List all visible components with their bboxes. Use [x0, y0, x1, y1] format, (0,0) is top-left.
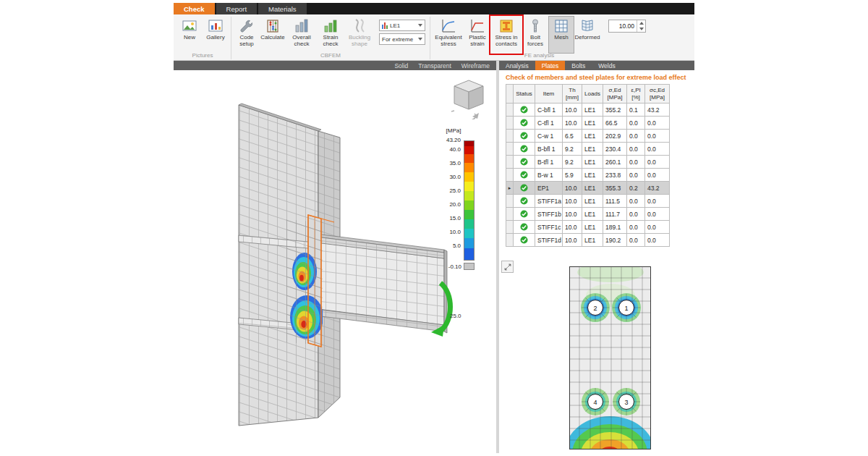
table-row[interactable]: ▸ EP1 10.0 LE1 355.3 0.2 43.2: [506, 182, 670, 195]
column-header-sigma-ced[interactable]: σc,Ed[MPa]: [645, 85, 670, 104]
table-row[interactable]: STIFF1c 10.0 LE1 189.1 0.0 0.0: [506, 221, 670, 234]
loads-cell: LE1: [582, 104, 603, 117]
view-mode-button[interactable]: Wireframe: [456, 62, 495, 69]
button-label: Overall check: [287, 35, 316, 48]
table-row[interactable]: C-w 1 6.5 LE1 202.9 0.0 0.0: [506, 130, 670, 143]
results-tab[interactable]: Welds: [592, 61, 621, 70]
loads-cell: LE1: [582, 234, 603, 247]
load-case-select[interactable]: LE1: [379, 20, 425, 31]
table-row[interactable]: C-tfl 1 10.0 LE1 66.5 0.0 0.0: [506, 117, 670, 130]
legend-unit-label: [MPa]: [431, 127, 476, 135]
table-row[interactable]: B-bfl 1 9.2 LE1 230.4 0.0 0.0: [506, 143, 670, 156]
new-picture-icon: [182, 18, 197, 34]
eps-pl-cell: 0.0: [627, 234, 645, 247]
plate-detail-view[interactable]: 2 1 4 3: [569, 266, 651, 449]
results-tab[interactable]: Analysis: [499, 61, 535, 70]
row-selector-cell: [506, 130, 514, 143]
ribbon-tab[interactable]: Check: [174, 3, 215, 14]
status-cell: [514, 130, 535, 143]
thickness-cell: 10.0: [563, 221, 582, 234]
legend-tick-label: 40.0: [449, 146, 461, 153]
sigma-ed-cell: 230.4: [603, 143, 627, 156]
extreme-filter-select[interactable]: For extreme: [379, 33, 425, 45]
load-case-value: LE1: [390, 22, 400, 29]
navigation-cube[interactable]: [451, 77, 488, 119]
spinner-up-icon[interactable]: [639, 22, 644, 25]
button-label: Gallery: [206, 35, 224, 41]
deformed-button[interactable]: Deformed: [574, 16, 600, 54]
thickness-cell: 9.2: [563, 156, 582, 169]
mesh-button[interactable]: Mesh: [548, 16, 574, 54]
item-cell: B-bfl 1: [535, 143, 563, 156]
table-row[interactable]: STIFF1d 10.0 LE1 190.2 0.0 0.0: [506, 234, 670, 247]
scene-canvas[interactable]: 25.0 [MPa] 43.20: [174, 70, 496, 453]
column-header-sigma-ed[interactable]: σ,Ed[MPa]: [603, 85, 627, 104]
expand-plate-view-button[interactable]: [501, 261, 514, 273]
status-cell: [514, 117, 535, 130]
table-row[interactable]: STIFF1b 10.0 LE1 111.7 0.0 0.0: [506, 208, 670, 221]
ribbon-tab[interactable]: Materials: [258, 3, 307, 14]
ribbon-tab[interactable]: Report: [216, 3, 258, 14]
thickness-cell: 6.5: [563, 130, 582, 143]
chevron-down-icon: [418, 38, 422, 41]
ribbon-group-pictures: New Gallery Pictures: [176, 16, 229, 60]
sigma-ced-cell: 0.0: [645, 221, 670, 234]
button-label: Plastic strain: [466, 35, 489, 48]
column-header-eps-pl[interactable]: ε,Pl[%]: [627, 85, 645, 104]
sigma-ced-cell: 0.0: [645, 169, 670, 182]
gallery-button[interactable]: Gallery: [203, 16, 229, 54]
column-header-loads[interactable]: Loads: [582, 85, 603, 104]
row-selector-cell: [506, 143, 514, 156]
legend-max-value: 43.20: [446, 137, 461, 143]
eps-pl-cell: 0.0: [627, 117, 645, 130]
button-label: Calculate: [260, 35, 284, 41]
thickness-cell: 10.0: [563, 208, 582, 221]
status-ok-icon: [520, 223, 528, 230]
column-header-item[interactable]: Item: [535, 85, 563, 104]
ribbon-group-label: Pictures: [176, 52, 229, 59]
results-tab[interactable]: Plates: [535, 61, 566, 70]
buckling-shape-icon: [352, 18, 367, 34]
spinner-down-icon[interactable]: [639, 28, 644, 30]
table-row[interactable]: B-tfl 1 9.2 LE1 260.1 0.0 0.0: [506, 156, 670, 169]
ribbon-group-fe-analysis: Equivalent stress Plastic strain Stress …: [433, 16, 646, 60]
table-row[interactable]: STIFF1a 10.0 LE1 111.5 0.0 0.0: [506, 195, 670, 208]
column-header-th[interactable]: Th[mm]: [563, 85, 582, 104]
moment-value-label: 25.0: [450, 313, 461, 319]
table-row[interactable]: B-w 1 5.9 LE1 233.8 0.0 0.0: [506, 169, 670, 182]
gallery-icon: [208, 18, 224, 34]
code-setup-button[interactable]: Code setup: [234, 16, 260, 54]
status-cell: [514, 169, 535, 182]
spinner-arrows[interactable]: [637, 20, 645, 32]
expand-icon: [503, 263, 512, 271]
view-mode-bar: Solid Transparent Wireframe: [174, 61, 496, 70]
chevron-down-icon: [418, 24, 422, 27]
item-cell: C-bfl 1: [535, 104, 563, 117]
sigma-ced-cell: 0.0: [645, 234, 670, 247]
legend-below-range-swatch: [464, 263, 475, 270]
button-label: New: [184, 35, 195, 41]
view-mode-button[interactable]: Transparent: [413, 62, 456, 69]
item-cell: STIFF1a: [535, 195, 563, 208]
equivalent-stress-button[interactable]: Equivalent stress: [433, 16, 464, 54]
bolt-forces-button[interactable]: Bolt forces: [522, 16, 548, 54]
calculate-button[interactable]: Calculate: [260, 16, 286, 54]
overall-check-button[interactable]: Overall check: [286, 16, 318, 54]
legend-tick-label: 15.0: [449, 215, 461, 221]
plastic-strain-button[interactable]: Plastic strain: [464, 16, 490, 54]
table-row[interactable]: C-bfl 1 10.0 LE1 355.2 0.1 43.2: [506, 104, 670, 117]
column-header-status[interactable]: Status: [514, 85, 535, 104]
buckling-shape-button[interactable]: Buckling shape: [344, 16, 375, 54]
wrench-icon: [239, 18, 255, 34]
legend-ticks: 40.0 35.0 30.0 25.0 20.0 15.0: [449, 146, 461, 249]
new-picture-button[interactable]: New: [176, 16, 203, 54]
view-mode-button[interactable]: Solid: [389, 62, 413, 69]
legend-min-value: -0.10: [448, 263, 461, 270]
legend-tick-label: 25.0: [449, 187, 461, 194]
results-tab[interactable]: Bolts: [565, 61, 592, 70]
strain-check-button[interactable]: Strain check: [318, 16, 344, 54]
scale-spinner[interactable]: 10.00: [608, 20, 646, 33]
sigma-ed-cell: 233.8: [603, 169, 627, 182]
item-cell: STIFF1c: [535, 221, 563, 234]
stress-in-contacts-button[interactable]: Stress in contacts: [490, 16, 522, 54]
